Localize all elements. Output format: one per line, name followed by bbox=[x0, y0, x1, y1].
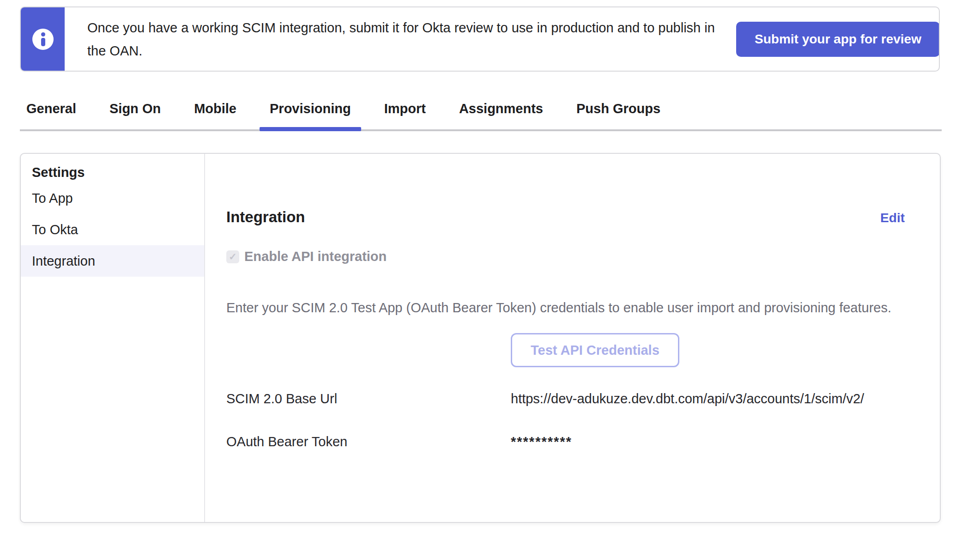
edit-link[interactable]: Edit bbox=[880, 211, 905, 225]
sidebar-item-integration[interactable]: Integration bbox=[21, 245, 204, 277]
enable-api-integration-checkbox: ✓ bbox=[226, 250, 239, 263]
tab-import[interactable]: Import bbox=[384, 101, 426, 129]
integration-panel: Integration Edit ✓ Enable API integratio… bbox=[205, 154, 940, 522]
info-icon bbox=[32, 29, 54, 50]
settings-sidebar: Settings To App To Okta Integration bbox=[21, 154, 205, 522]
submit-app-review-button[interactable]: Submit your app for review bbox=[736, 22, 940, 57]
enable-api-integration-label: Enable API integration bbox=[244, 249, 387, 264]
scim-base-url-value: https://dev-adukuze.dev.dbt.com/api/v3/a… bbox=[511, 391, 864, 407]
oauth-token-label: OAuth Bearer Token bbox=[226, 434, 511, 449]
test-api-credentials-button[interactable]: Test API Credentials bbox=[511, 333, 679, 367]
sidebar-item-to-okta[interactable]: To Okta bbox=[21, 214, 204, 245]
tab-bar: General Sign On Mobile Provisioning Impo… bbox=[20, 101, 942, 131]
tab-sign-on[interactable]: Sign On bbox=[109, 101, 161, 129]
provisioning-card: Settings To App To Okta Integration Inte… bbox=[20, 153, 941, 523]
banner-message: Once you have a working SCIM integration… bbox=[87, 16, 736, 62]
scim-base-url-label: SCIM 2.0 Base Url bbox=[226, 391, 511, 407]
info-banner: Once you have a working SCIM integration… bbox=[20, 6, 940, 72]
oauth-token-value: ********** bbox=[511, 434, 572, 449]
tab-assignments[interactable]: Assignments bbox=[459, 101, 543, 129]
tab-provisioning[interactable]: Provisioning bbox=[270, 101, 351, 129]
credentials-description: Enter your SCIM 2.0 Test App (OAuth Bear… bbox=[226, 300, 905, 316]
panel-title: Integration bbox=[226, 208, 305, 226]
tab-push-groups[interactable]: Push Groups bbox=[576, 101, 660, 129]
oauth-token-row: OAuth Bearer Token ********** bbox=[226, 434, 905, 449]
sidebar-item-to-app[interactable]: To App bbox=[21, 182, 204, 214]
banner-accent-strip bbox=[21, 7, 65, 71]
scim-base-url-row: SCIM 2.0 Base Url https://dev-adukuze.de… bbox=[226, 391, 905, 407]
sidebar-heading: Settings bbox=[21, 162, 204, 182]
tab-general[interactable]: General bbox=[26, 101, 76, 129]
tab-mobile[interactable]: Mobile bbox=[194, 101, 236, 129]
